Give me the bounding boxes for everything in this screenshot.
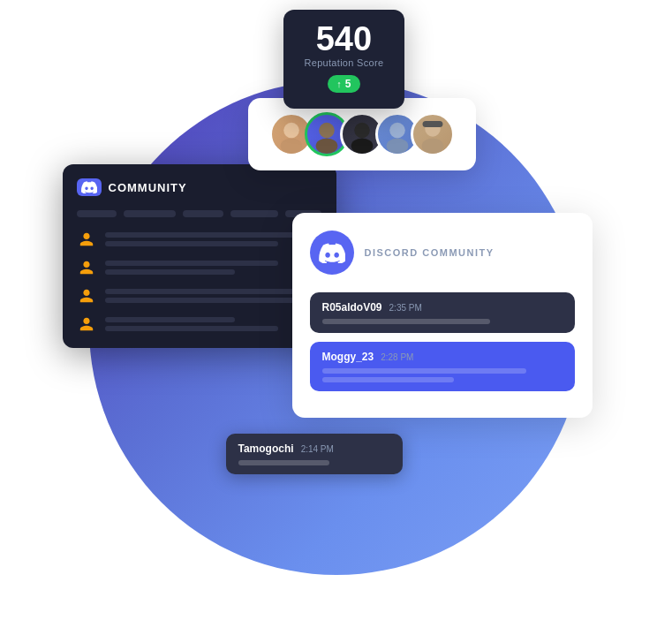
username-2: Moggy_23 bbox=[322, 351, 374, 363]
reputation-label: Reputation Score bbox=[305, 57, 384, 68]
chat-message-1: R05aldoV09 2:35 PM bbox=[310, 292, 575, 333]
svg-point-3 bbox=[315, 138, 337, 154]
user-icon-3 bbox=[77, 286, 96, 306]
chat-message-2: Moggy_23 2:28 PM bbox=[310, 342, 575, 391]
scene: 540 Reputation Score 5 bbox=[36, 10, 637, 610]
message-bar-1 bbox=[322, 319, 490, 324]
svg-point-9 bbox=[421, 138, 443, 154]
avatar-5 bbox=[411, 112, 455, 156]
row-bars-4 bbox=[105, 317, 322, 331]
user-icon-1 bbox=[77, 230, 96, 249]
svg-point-6 bbox=[389, 123, 405, 139]
svg-rect-10 bbox=[422, 121, 442, 127]
avatar-group bbox=[269, 112, 455, 156]
message-bar-2b bbox=[322, 377, 455, 382]
community-rows bbox=[77, 230, 322, 334]
row-bars-2 bbox=[105, 261, 322, 275]
user-icon-2 bbox=[77, 258, 96, 277]
reputation-score: 540 bbox=[305, 22, 384, 56]
svg-point-1 bbox=[280, 138, 302, 154]
chat-meta-1: R05aldoV09 2:35 PM bbox=[322, 301, 563, 314]
message-bar-2 bbox=[322, 368, 526, 374]
community-title: COMMUNITY bbox=[109, 181, 187, 194]
time-1: 2:35 PM bbox=[389, 303, 422, 313]
badge-value: 5 bbox=[345, 78, 351, 90]
community-row bbox=[77, 314, 322, 334]
message-bar-3 bbox=[238, 460, 329, 465]
username-1: R05aldoV09 bbox=[322, 301, 382, 314]
chat-message-3: Tamogochi 2:14 PM bbox=[226, 434, 403, 474]
time-3: 2:14 PM bbox=[301, 444, 334, 454]
discord-card-header: DISCORD COMMUNITY bbox=[310, 231, 575, 275]
row-bars-1 bbox=[105, 232, 322, 246]
discord-logo-small bbox=[77, 178, 102, 196]
discord-card-title: DISCORD COMMUNITY bbox=[365, 247, 495, 258]
svg-point-2 bbox=[319, 123, 335, 139]
reputation-card: 540 Reputation Score 5 bbox=[283, 10, 405, 109]
username-3: Tamogochi bbox=[238, 442, 294, 455]
svg-point-4 bbox=[354, 123, 370, 139]
community-row bbox=[77, 258, 322, 277]
community-row bbox=[77, 230, 322, 249]
user-icon-4 bbox=[77, 314, 96, 334]
reputation-badge: 5 bbox=[328, 75, 359, 93]
community-header: COMMUNITY bbox=[77, 178, 322, 196]
svg-point-0 bbox=[283, 123, 299, 139]
time-2: 2:28 PM bbox=[381, 352, 413, 362]
discord-logo-large bbox=[310, 231, 354, 275]
chat-meta-2: Moggy_23 2:28 PM bbox=[322, 351, 563, 363]
community-row bbox=[77, 286, 322, 306]
row-bars-3 bbox=[105, 289, 322, 303]
top-placeholder-bars bbox=[77, 210, 322, 217]
svg-point-5 bbox=[351, 138, 373, 154]
avatars-card bbox=[248, 98, 476, 170]
discord-chat-card: DISCORD COMMUNITY R05aldoV09 2:35 PM Mog… bbox=[292, 213, 593, 418]
chat-meta-3: Tamogochi 2:14 PM bbox=[238, 442, 390, 455]
svg-point-7 bbox=[386, 138, 408, 154]
